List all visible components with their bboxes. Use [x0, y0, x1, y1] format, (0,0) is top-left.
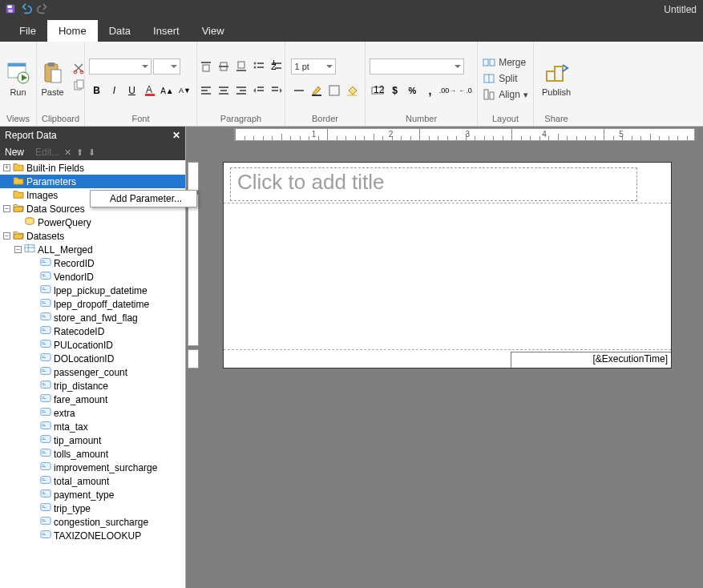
svg-rect-74 [42, 303, 46, 304]
align-right-button[interactable] [233, 83, 249, 99]
tree-field[interactable]: tolls_amount [0, 447, 185, 461]
border-style-button[interactable] [291, 83, 307, 99]
tab-insert[interactable]: Insert [142, 20, 191, 42]
svg-rect-20 [236, 70, 246, 71]
fill-color-button[interactable] [344, 83, 360, 99]
field-icon [40, 312, 51, 324]
comma-button[interactable]: , [422, 83, 438, 99]
border-weight-combo[interactable]: 1 pt [291, 58, 336, 75]
tree-field[interactable]: RecordID [0, 256, 185, 270]
decrease-indent-button[interactable] [251, 83, 267, 99]
tab-data[interactable]: Data [98, 20, 142, 42]
svg-rect-16 [201, 62, 211, 63]
tab-view[interactable]: View [191, 20, 236, 42]
svg-rect-43 [272, 90, 278, 91]
percent-button[interactable]: % [405, 83, 421, 99]
tree-field[interactable]: passenger_count [0, 365, 185, 379]
underline-button[interactable]: U [124, 83, 140, 99]
numbering-button[interactable]: 12 [269, 58, 285, 75]
tree-field[interactable]: payment_type [0, 488, 185, 501]
execution-time-textbox[interactable]: [&ExecutionTime] [511, 352, 671, 368]
align-middle-button[interactable] [216, 58, 232, 75]
tree-parameters[interactable]: Parameters [0, 175, 185, 188]
placeholder-button[interactable]: 123 [370, 83, 386, 99]
report-page[interactable]: Click to add title [&ExecutionTime] [223, 162, 672, 369]
report-data-tree[interactable]: + Built-in Fields Parameters Images − Da… [0, 160, 185, 588]
publish-button[interactable]: Publish [537, 58, 576, 99]
tree-field[interactable]: PULocationID [0, 338, 185, 352]
group-paragraph-label: Paragraph [202, 112, 280, 126]
tree-field[interactable]: tip_amount [0, 433, 185, 447]
svg-rect-85 [42, 356, 45, 356]
design-surface[interactable]: 12345 Click to add title [&ExecutionTime… [186, 127, 703, 588]
bold-button[interactable]: B [89, 83, 105, 99]
copy-icon[interactable] [71, 78, 87, 94]
run-button[interactable]: Run [1, 58, 36, 99]
tree-field[interactable]: store_and_fwd_flag [0, 311, 185, 324]
align-bottom-button[interactable] [233, 58, 249, 75]
svg-rect-37 [240, 90, 246, 91]
tree-field[interactable]: DOLocationID [0, 352, 185, 365]
grow-font-button[interactable]: A▲ [160, 83, 176, 99]
undo-icon[interactable] [21, 3, 32, 17]
svg-rect-17 [203, 65, 209, 71]
tree-builtin-fields[interactable]: + Built-in Fields [0, 161, 185, 175]
currency-button[interactable]: $ [387, 83, 403, 99]
font-family-combo[interactable] [89, 58, 152, 75]
tree-datasets[interactable]: − Datasets [0, 229, 185, 243]
tree-dataset-allmerged[interactable]: − ALL_Merged [0, 243, 185, 256]
paste-button[interactable]: Paste [35, 58, 71, 99]
tree-field[interactable]: improvement_surcharge [0, 461, 185, 474]
tab-home[interactable]: Home [47, 20, 98, 42]
panel-edit-button[interactable]: Edit... [35, 147, 60, 158]
tree-field[interactable]: total_amount [0, 474, 185, 488]
svg-rect-101 [42, 425, 46, 426]
tree-field[interactable]: RatecodeID [0, 324, 185, 338]
group-layout-label: Layout [483, 112, 528, 126]
tree-field[interactable]: mta_tax [0, 420, 185, 433]
tree-field[interactable]: congestion_surcharge [0, 515, 185, 529]
tree-field[interactable]: lpep_dropoff_datetime [0, 297, 185, 311]
tree-field[interactable]: trip_distance [0, 379, 185, 393]
tree-field[interactable]: extra [0, 406, 185, 420]
align-button[interactable]: Align ▾ [483, 88, 528, 101]
increase-decimal-button[interactable]: .00→ [440, 83, 456, 99]
svg-rect-23 [257, 62, 264, 64]
panel-new-button[interactable]: New [5, 147, 24, 158]
panel-movedown-icon[interactable]: ⬇ [88, 147, 95, 158]
borders-button[interactable] [326, 83, 342, 99]
split-button[interactable]: Split [483, 72, 517, 85]
tree-datasource-powerquery[interactable]: PowerQuery [0, 215, 185, 229]
datasource-icon [24, 216, 35, 228]
bullets-button[interactable] [251, 58, 267, 75]
align-top-button[interactable] [198, 58, 214, 75]
merge-button[interactable]: Merge [483, 56, 526, 69]
font-size-combo[interactable] [153, 58, 180, 75]
tree-field[interactable]: trip_type [0, 501, 185, 515]
decrease-decimal-button[interactable]: ←.0 [458, 83, 474, 99]
cut-icon[interactable] [71, 60, 87, 76]
add-parameter-menuitem[interactable]: Add Parameter... [91, 191, 196, 207]
panel-moveup-icon[interactable]: ⬆ [76, 147, 83, 158]
font-color-button[interactable]: A [142, 83, 158, 99]
tab-file[interactable]: File [8, 20, 47, 42]
italic-button[interactable]: I [107, 83, 123, 99]
save-icon[interactable] [5, 3, 16, 17]
tree-field[interactable]: lpep_pickup_datetime [0, 284, 185, 297]
tree-field[interactable]: fare_amount [0, 393, 185, 406]
svg-rect-68 [42, 276, 46, 276]
panel-delete-icon[interactable]: ✕ [64, 147, 71, 158]
tree-field[interactable]: VendorID [0, 270, 185, 284]
increase-indent-button[interactable] [269, 83, 285, 99]
tree-field[interactable]: TAXIZONELOOKUP [0, 529, 185, 542]
border-color-button[interactable] [309, 83, 325, 99]
panel-close-icon[interactable]: ✕ [172, 130, 180, 141]
redo-icon[interactable] [37, 3, 48, 17]
number-format-combo[interactable] [370, 58, 464, 75]
field-icon [40, 489, 51, 501]
align-center-button[interactable] [216, 83, 232, 99]
svg-rect-4 [8, 63, 26, 66]
align-left-button[interactable] [198, 83, 214, 99]
report-title-placeholder[interactable]: Click to add title [230, 167, 637, 201]
shrink-font-button[interactable]: A▼ [177, 83, 193, 99]
